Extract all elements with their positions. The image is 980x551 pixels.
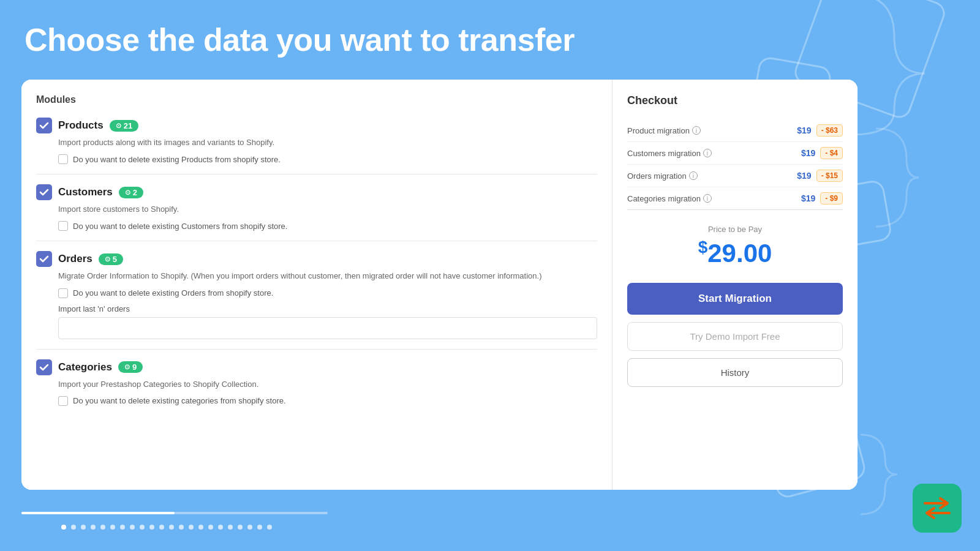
page-title: Choose the data you want to transfer (24, 21, 575, 58)
dot-10 (159, 525, 164, 530)
dot-16 (218, 525, 223, 530)
module-desc-0: Import products along with its images an… (58, 137, 597, 148)
info-icon-3: i (703, 194, 712, 203)
dot-14 (198, 525, 203, 530)
dot-21 (267, 525, 272, 530)
info-icon-1: i (703, 149, 712, 157)
price-main-1: $19 (801, 148, 815, 158)
dot-1 (71, 525, 76, 530)
import-last-label: Import last 'n' orders (58, 304, 597, 313)
price-discount-2: - $15 (816, 170, 843, 182)
dot-20 (257, 525, 262, 530)
module-delete-option-1: Do you want to delete existing Customers… (58, 221, 597, 231)
price-discount-3: - $9 (820, 192, 843, 204)
progress-bar (21, 512, 328, 514)
bottom-dots (61, 525, 272, 530)
module-badge-2: ⊙ 5 (99, 253, 123, 265)
dot-15 (208, 525, 213, 530)
module-header-0: Products ⊙ 21 (36, 118, 597, 133)
module-desc-1: Import store customers to Shopify. (58, 204, 597, 215)
price-values-3: $19 - $9 (801, 192, 843, 204)
checkmark-icon-2 (39, 254, 49, 264)
module-item-products: Products ⊙ 21 Import products along with… (36, 118, 597, 174)
module-delete-option-0: Do you want to delete existing Products … (58, 154, 597, 164)
module-delete-label-2: Do you want to delete existing Orders fr… (73, 288, 273, 298)
dot-5 (110, 525, 115, 530)
dot-0 (61, 525, 66, 530)
info-icon-0: i (692, 126, 701, 135)
price-amount: $29.00 (627, 238, 843, 268)
import-last-input[interactable] (58, 317, 597, 339)
history-button[interactable]: History (627, 358, 843, 387)
module-badge-0: ⊙ 21 (110, 120, 138, 132)
module-desc-3: Import your Prestashop Categories to Sho… (58, 379, 597, 390)
dot-8 (140, 525, 145, 530)
dot-2 (81, 525, 86, 530)
main-card: Modules Products ⊙ 21 Import products al… (21, 80, 858, 490)
price-values-2: $19 - $15 (797, 170, 843, 182)
checkmark-icon-1 (39, 187, 49, 197)
module-checkbox-3[interactable] (36, 359, 52, 375)
price-row-3: Categories migration i $19 - $9 (627, 187, 843, 210)
checkmark-icon-0 (39, 121, 49, 130)
module-delete-label-0: Do you want to delete existing Products … (73, 155, 281, 164)
modules-panel: Modules Products ⊙ 21 Import products al… (21, 80, 612, 490)
dot-3 (91, 525, 96, 530)
module-name-1: Customers (58, 186, 113, 198)
price-row-0: Product migration i $19 - $63 (627, 119, 843, 142)
demo-import-button[interactable]: Try Demo Import Free (627, 322, 843, 351)
module-name-0: Products (58, 119, 104, 132)
price-to-pay-label: Price to be Pay (627, 225, 843, 234)
module-item-customers: Customers ⊙ 2 Import store customers to … (36, 184, 597, 241)
import-last-orders: Import last 'n' orders (58, 304, 597, 339)
start-migration-button[interactable]: Start Migration (627, 283, 843, 315)
module-item-categories: Categories ⊙ 9 Import your Prestashop Ca… (36, 359, 597, 416)
price-dollar-sign: $ (698, 238, 708, 257)
modules-section-title: Modules (36, 94, 597, 105)
module-delete-checkbox-3[interactable] (58, 396, 68, 406)
dot-17 (228, 525, 233, 530)
module-badge-1: ⊙ 2 (119, 187, 143, 198)
module-desc-2: Migrate Order Information to Shopify. (W… (58, 271, 597, 282)
price-main-2: $19 (797, 171, 811, 181)
module-delete-checkbox-1[interactable] (58, 221, 68, 231)
module-name-2: Orders (58, 253, 92, 265)
dot-7 (130, 525, 135, 530)
checkout-panel: Checkout Product migration i $19 - $63 C… (612, 80, 858, 490)
price-values-1: $19 - $4 (801, 147, 843, 159)
module-delete-option-2: Do you want to delete existing Orders fr… (58, 288, 597, 298)
info-icon-2: i (689, 171, 698, 180)
fab-transfer-button[interactable] (913, 484, 962, 533)
module-checkbox-0[interactable] (36, 118, 52, 133)
dot-4 (100, 525, 105, 530)
checkmark-icon-3 (39, 362, 49, 372)
module-badge-3: ⊙ 9 (118, 361, 143, 373)
dot-19 (247, 525, 252, 530)
dot-18 (238, 525, 243, 530)
dot-9 (149, 525, 154, 530)
module-checkbox-1[interactable] (36, 184, 52, 200)
price-discount-1: - $4 (820, 147, 843, 159)
module-header-1: Customers ⊙ 2 (36, 184, 597, 200)
module-delete-label-3: Do you want to delete existing categorie… (73, 396, 286, 405)
checkout-title: Checkout (627, 94, 843, 107)
price-rows: Product migration i $19 - $63 Customers … (627, 119, 843, 220)
price-row-2: Orders migration i $19 - $15 (627, 165, 843, 187)
price-label-3: Categories migration i (627, 194, 712, 203)
price-label-2: Orders migration i (627, 171, 698, 181)
dot-13 (189, 525, 194, 530)
module-delete-checkbox-2[interactable] (58, 288, 68, 298)
module-header-3: Categories ⊙ 9 (36, 359, 597, 375)
price-values-0: $19 - $63 (797, 124, 843, 137)
module-delete-checkbox-0[interactable] (58, 154, 68, 164)
module-checkbox-2[interactable] (36, 251, 52, 267)
price-cents: 00 (744, 239, 772, 268)
price-label-1: Customers migration i (627, 149, 712, 158)
deco-curly-mid (858, 122, 931, 233)
price-value: 29 (707, 239, 736, 268)
price-row-1: Customers migration i $19 - $4 (627, 142, 843, 165)
progress-bar-fill (21, 512, 175, 514)
price-label-0: Product migration i (627, 126, 701, 135)
price-main-0: $19 (797, 126, 811, 135)
module-name-3: Categories (58, 361, 112, 373)
